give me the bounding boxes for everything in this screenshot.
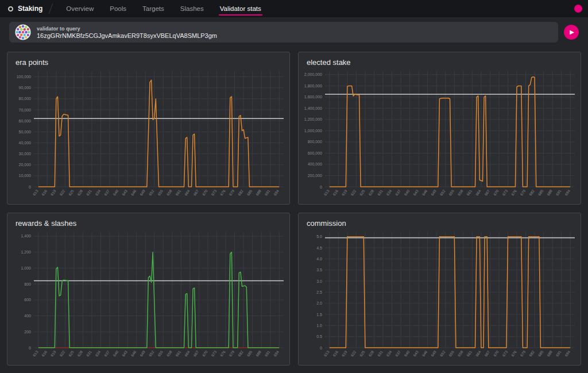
svg-text:631: 631 xyxy=(377,189,384,196)
svg-text:619: 619 xyxy=(341,349,348,357)
svg-text:634: 634 xyxy=(385,189,392,196)
tab-validator-stats[interactable]: Validator stats xyxy=(212,0,269,17)
svg-text:2.0: 2.0 xyxy=(316,301,322,305)
svg-text:676: 676 xyxy=(510,349,517,357)
svg-text:664: 664 xyxy=(475,349,482,357)
svg-text:691: 691 xyxy=(555,349,562,357)
svg-text:5.0: 5.0 xyxy=(316,234,322,239)
svg-text:1.0: 1.0 xyxy=(316,324,322,328)
app-section: Staking xyxy=(6,5,51,13)
query-label: validator to query xyxy=(37,26,217,32)
svg-text:673: 673 xyxy=(501,349,508,357)
svg-text:688: 688 xyxy=(255,349,262,357)
svg-text:1,000,000: 1,000,000 xyxy=(304,129,322,133)
network-icon[interactable] xyxy=(8,6,13,11)
svg-text:3.5: 3.5 xyxy=(316,268,322,272)
chart-title: commission xyxy=(299,213,581,228)
chart-title: rewards & slashes xyxy=(7,213,289,228)
svg-text:694: 694 xyxy=(273,349,280,357)
svg-text:685: 685 xyxy=(246,189,253,196)
validator-query-input[interactable]: validator to query 16zgGRrNMKBfz5CGJgvAm… xyxy=(9,22,558,43)
svg-text:655: 655 xyxy=(448,189,455,196)
svg-text:664: 664 xyxy=(184,349,191,357)
svg-text:670: 670 xyxy=(493,349,500,357)
svg-text:682: 682 xyxy=(237,189,244,196)
svg-text:682: 682 xyxy=(528,189,535,196)
svg-text:3.0: 3.0 xyxy=(316,279,322,283)
svg-text:637: 637 xyxy=(103,349,110,357)
svg-text:643: 643 xyxy=(412,349,419,357)
svg-text:682: 682 xyxy=(237,349,244,357)
tab-targets[interactable]: Targets xyxy=(134,0,172,17)
svg-text:40,000: 40,000 xyxy=(19,141,32,145)
svg-text:616: 616 xyxy=(332,189,339,196)
svg-text:652: 652 xyxy=(439,189,446,196)
tab-slashes[interactable]: Slashes xyxy=(172,0,212,17)
svg-text:640: 640 xyxy=(112,189,119,196)
svg-text:628: 628 xyxy=(76,349,83,357)
svg-text:667: 667 xyxy=(192,189,199,196)
svg-text:655: 655 xyxy=(157,349,164,357)
svg-text:679: 679 xyxy=(519,349,526,357)
svg-text:664: 664 xyxy=(184,189,191,196)
svg-text:200: 200 xyxy=(24,330,31,334)
svg-text:625: 625 xyxy=(68,349,75,357)
svg-text:60,000: 60,000 xyxy=(19,119,32,123)
svg-text:640: 640 xyxy=(403,189,410,196)
svg-text:634: 634 xyxy=(385,349,392,357)
query-submit-button[interactable]: ▶ xyxy=(564,25,579,40)
svg-text:670: 670 xyxy=(202,349,208,357)
svg-text:676: 676 xyxy=(219,189,226,196)
svg-text:628: 628 xyxy=(76,189,83,196)
svg-text:688: 688 xyxy=(546,349,553,357)
validator-address[interactable]: 16zgGRrNMKBfz5CGJgvAmkavER9T8syxVBELqVA8… xyxy=(37,32,217,39)
svg-text:616: 616 xyxy=(41,349,48,357)
chart-panel: elected stake 0200,000400,000600,000800,… xyxy=(298,52,581,205)
svg-text:1,000: 1,000 xyxy=(21,266,31,270)
svg-text:1.5: 1.5 xyxy=(316,313,322,317)
svg-text:628: 628 xyxy=(368,189,374,196)
svg-text:631: 631 xyxy=(86,349,92,357)
svg-text:613: 613 xyxy=(323,349,330,357)
svg-text:652: 652 xyxy=(148,349,155,357)
svg-text:646: 646 xyxy=(421,189,428,196)
svg-text:679: 679 xyxy=(228,189,235,196)
svg-text:30,000: 30,000 xyxy=(19,152,32,156)
svg-text:622: 622 xyxy=(59,189,65,196)
svg-text:600,000: 600,000 xyxy=(308,151,322,155)
svg-text:1,600,000: 1,600,000 xyxy=(304,95,322,99)
svg-text:646: 646 xyxy=(130,349,137,357)
svg-text:661: 661 xyxy=(175,349,181,357)
header-circle-button[interactable] xyxy=(574,5,582,13)
chart-panel: commission 00.51.01.52.02.53.03.54.04.55… xyxy=(298,213,581,366)
svg-text:400: 400 xyxy=(24,314,31,318)
svg-text:1,800,000: 1,800,000 xyxy=(304,84,322,88)
svg-text:613: 613 xyxy=(32,189,39,196)
svg-text:0.5: 0.5 xyxy=(316,334,322,339)
svg-text:667: 667 xyxy=(192,349,199,357)
page-title: Staking xyxy=(18,5,42,13)
svg-text:685: 685 xyxy=(246,349,253,357)
svg-text:658: 658 xyxy=(457,189,464,196)
tab-overview[interactable]: Overview xyxy=(58,0,102,17)
svg-text:0: 0 xyxy=(29,185,31,189)
svg-text:691: 691 xyxy=(555,189,562,196)
svg-text:691: 691 xyxy=(264,349,271,357)
tab-bar: OverviewPoolsTargetsSlashesValidator sta… xyxy=(58,0,269,17)
svg-text:685: 685 xyxy=(537,189,544,196)
svg-text:667: 667 xyxy=(483,189,490,196)
charts-grid: era points 010,00020,00030,00040,00050,0… xyxy=(0,46,588,372)
svg-text:0: 0 xyxy=(320,185,322,189)
svg-text:679: 679 xyxy=(519,189,526,196)
svg-text:20,000: 20,000 xyxy=(19,163,32,167)
svg-text:637: 637 xyxy=(103,189,110,196)
svg-text:670: 670 xyxy=(202,189,208,196)
svg-text:100,000: 100,000 xyxy=(17,75,31,79)
svg-text:673: 673 xyxy=(501,189,508,196)
svg-text:643: 643 xyxy=(121,349,128,357)
tab-pools[interactable]: Pools xyxy=(102,0,134,17)
svg-text:670: 670 xyxy=(493,189,500,196)
identicon-svg xyxy=(15,24,31,40)
validator-identicon[interactable] xyxy=(15,24,31,40)
svg-text:661: 661 xyxy=(175,189,181,196)
